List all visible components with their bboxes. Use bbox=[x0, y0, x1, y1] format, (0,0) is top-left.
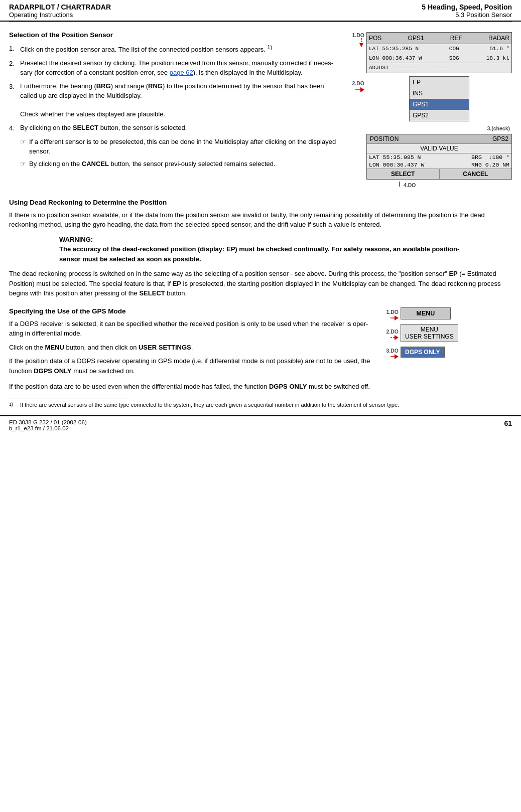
section3-para4: If the position data are to be used even… bbox=[9, 382, 512, 392]
position-header: POSITION GPS2 bbox=[367, 134, 511, 144]
gps1-label: GPS1 bbox=[408, 34, 424, 43]
position-label: POSITION bbox=[370, 135, 399, 142]
step-3-text: Furthermore, the bearing (BRG) and range… bbox=[20, 82, 336, 119]
step-1-num: 1. bbox=[9, 44, 20, 55]
diagram1: 1.DO POS GPS1 REF RADAR bbox=[346, 32, 512, 189]
annot-4do: 4.DO bbox=[404, 182, 416, 188]
valid-value: VALID VALUE bbox=[367, 144, 511, 153]
left-column: Selection of the Position Sensor 1. Clic… bbox=[9, 27, 346, 189]
menu-label-line2: USER SETTINGS bbox=[405, 333, 454, 340]
svg-marker-10 bbox=[395, 354, 399, 359]
svg-marker-6 bbox=[395, 315, 399, 320]
footer-page-num: 61 bbox=[504, 419, 512, 431]
coord-row1: LAT 55:35.085 N BRG ↓180 ° bbox=[367, 153, 511, 161]
section3-content: Specifying the Use of the GPS Mode If a … bbox=[0, 302, 521, 380]
footnote-divider bbox=[9, 399, 129, 399]
sub-item-2: ☞ By clicking on the CANCEL button, the … bbox=[20, 159, 336, 169]
sog-value: 18.3 kt bbox=[486, 54, 509, 63]
subtitle-right: 5.3 Position Sensor bbox=[422, 11, 512, 19]
header-right: 5 Heading, Speed, Position 5.3 Position … bbox=[422, 3, 512, 19]
gps1-row2: LON 008:36.437 W SOG 18.3 kt bbox=[367, 54, 511, 63]
step-2-text: Preselect the desired sensor by clicking… bbox=[20, 59, 336, 78]
header-left: RADARPILOT / CHARTRADAR Operating Instru… bbox=[9, 3, 111, 19]
step-4-num: 4. bbox=[9, 123, 20, 133]
footnote: 1) If there are several sensors of the s… bbox=[0, 401, 521, 411]
menu-user-settings-display[interactable]: MENU USER SETTINGS bbox=[401, 324, 458, 342]
annot-3check: 3.(check) bbox=[487, 125, 510, 131]
adjust-label: ADJUST bbox=[369, 64, 389, 72]
annot-1do: 1.DO bbox=[352, 32, 364, 38]
sensor-dropdown[interactable]: EP INS GPS1 GPS2 bbox=[409, 76, 469, 121]
arrow-2do bbox=[355, 86, 364, 93]
svg-marker-3 bbox=[360, 87, 364, 92]
steps-list: 1. Click on the position sensor area. Th… bbox=[9, 44, 336, 133]
main-content: Selection of the Position Sensor 1. Clic… bbox=[0, 22, 521, 189]
arrow-1do bbox=[358, 38, 364, 47]
gps1-header: POS GPS1 REF RADAR bbox=[367, 33, 511, 44]
section3-para2: Click on the MENU button, and then click… bbox=[9, 343, 371, 353]
page-header: RADARPILOT / CHARTRADAR Operating Instru… bbox=[0, 0, 521, 22]
sub-item-1-text: If a different sensor is to be preselect… bbox=[29, 137, 336, 156]
right-column-diagram2: 1.DO MENU 2.DO MENU USER SETTINGS bbox=[381, 302, 512, 380]
step-4: 4. By clicking on the SELECT button, the… bbox=[9, 123, 336, 133]
dgps-only-display[interactable]: DGPS ONLY bbox=[401, 347, 445, 358]
select-button[interactable]: SELECT bbox=[367, 169, 440, 179]
pos-lat: LAT 55:35.085 N bbox=[369, 154, 421, 160]
cancel-button[interactable]: CANCEL bbox=[440, 169, 512, 179]
section3-left: Specifying the Use of the GPS Mode If a … bbox=[9, 302, 381, 380]
section3-heading: Specifying the Use of the GPS Mode bbox=[9, 307, 371, 315]
svg-marker-8 bbox=[395, 335, 399, 340]
gps1-row3: ADJUST – – – – – – – – bbox=[367, 63, 511, 73]
dropdown-item-gps1[interactable]: GPS1 bbox=[410, 99, 469, 110]
sub-item-1: ☞ If a different sensor is to be presele… bbox=[20, 137, 336, 156]
footer-left: ED 3038 G 232 / 01 (2002-06) b_r1_e23.fm… bbox=[9, 419, 87, 431]
section2-heading: Using Dead Reckoning to Determine the Po… bbox=[9, 199, 512, 206]
pos-brg: BRG ↓180 ° bbox=[471, 154, 509, 160]
arrow-diag2-2 bbox=[390, 335, 399, 340]
step-1: 1. Click on the position sensor area. Th… bbox=[9, 44, 336, 55]
ref-label: REF bbox=[450, 34, 462, 43]
section3-full: If the position data are to be used even… bbox=[0, 380, 521, 392]
dropdown-item-ep[interactable]: EP bbox=[410, 77, 469, 88]
diag2-annot3: 3.DO bbox=[386, 348, 399, 354]
page-footer: ED 3038 G 232 / 01 (2002-06) b_r1_e23.fm… bbox=[0, 415, 521, 433]
cog-label: COG bbox=[449, 45, 459, 53]
step-4-text: By clicking on the SELECT button, the se… bbox=[20, 123, 336, 133]
adjust-value2: – – – – bbox=[426, 64, 449, 72]
warning-title: WARNING: bbox=[59, 235, 462, 245]
gps2-label: GPS2 bbox=[492, 135, 508, 142]
arrow-diag2-1 bbox=[390, 315, 399, 320]
footnote-num: 1) bbox=[9, 401, 20, 411]
dropdown-item-ins[interactable]: INS bbox=[410, 88, 469, 99]
title-right: 5 Heading, Speed, Position bbox=[422, 3, 512, 11]
step-2-num: 2. bbox=[9, 59, 20, 78]
pos-rng: RNG 0.20 NM bbox=[471, 161, 509, 168]
footnote-area bbox=[0, 399, 521, 399]
coord-row2: LON 008:36.437 W RNG 0.20 NM bbox=[367, 161, 511, 169]
footnote-text: If there are several sensors of the same… bbox=[20, 401, 399, 411]
step-3: 3. Furthermore, the bearing (BRG) and ra… bbox=[9, 82, 336, 119]
footer-file: b_r1_e23.fm / 21.06.02 bbox=[9, 425, 87, 431]
diag2-annot1: 1.DO bbox=[386, 309, 399, 315]
sub-item-2-text: By clicking on the CANCEL button, the se… bbox=[29, 159, 336, 169]
svg-marker-1 bbox=[359, 43, 363, 47]
pos-label: POS bbox=[369, 34, 381, 43]
section3-para1: If a DGPS receiver is selected, it can b… bbox=[9, 319, 371, 339]
step-3-num: 3. bbox=[9, 82, 20, 119]
arrow-diag2-3 bbox=[390, 354, 399, 359]
bullet-icon-1: ☞ bbox=[20, 137, 29, 156]
menu-button-display[interactable]: MENU bbox=[401, 307, 451, 319]
position-gps2-box: POSITION GPS2 VALID VALUE LAT 55:35.085 … bbox=[366, 134, 512, 180]
menu-label-line1: MENU bbox=[405, 326, 454, 333]
arrow-4do-up bbox=[397, 182, 403, 189]
right-column-diagram1: 1.DO POS GPS1 REF RADAR bbox=[346, 27, 512, 189]
title-left: RADARPILOT / CHARTRADAR bbox=[9, 3, 111, 11]
radar-label: RADAR bbox=[488, 34, 509, 43]
page-link[interactable]: page 62 bbox=[170, 69, 193, 76]
cog-value: 51.6 ° bbox=[489, 45, 509, 53]
step-1-text: Click on the position sensor area. The l… bbox=[20, 44, 336, 55]
dropdown-item-gps2[interactable]: GPS2 bbox=[410, 110, 469, 121]
adjust-value1: – – – – bbox=[393, 64, 416, 72]
step-2: 2. Preselect the desired sensor by click… bbox=[9, 59, 336, 78]
annot-2do: 2.DO bbox=[352, 80, 364, 86]
